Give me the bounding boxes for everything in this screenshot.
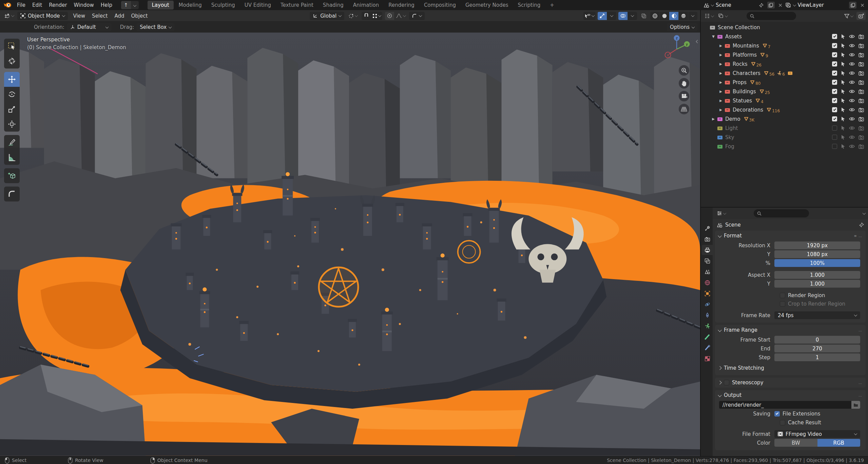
selectable-icon[interactable] xyxy=(841,144,845,149)
properties-tab-constraints[interactable] xyxy=(702,310,713,320)
render-visibility-icon[interactable] xyxy=(859,62,864,66)
properties-search-input[interactable] xyxy=(754,209,809,217)
disclosure-triangle[interactable]: ▶ xyxy=(718,53,723,57)
unlink-scene-icon[interactable] xyxy=(777,2,784,8)
properties-editor-type-button[interactable] xyxy=(715,209,727,217)
outliner-row-mountains[interactable]: ▶ Mountains7 xyxy=(701,41,868,50)
editor-type-button[interactable] xyxy=(3,12,15,20)
disclosure-triangle[interactable]: ▶ xyxy=(718,71,723,75)
collection-checkbox[interactable] xyxy=(832,52,837,57)
collection-checkbox[interactable] xyxy=(832,135,837,140)
object-visibility-dropdown[interactable] xyxy=(583,12,596,20)
tool-move[interactable] xyxy=(4,72,20,87)
disclosure-triangle[interactable]: ▶ xyxy=(718,80,723,84)
axis-navigation-gizmo[interactable]: z y x xyxy=(662,35,691,64)
tool-measure[interactable] xyxy=(4,150,20,165)
hide-eye-icon[interactable] xyxy=(849,98,855,103)
render-visibility-icon[interactable] xyxy=(859,108,864,112)
render-visibility-icon[interactable] xyxy=(859,34,864,39)
pan-hand-icon[interactable] xyxy=(679,78,689,89)
properties-tab-object[interactable] xyxy=(702,288,713,298)
outliner-row-platforms[interactable]: ▶ Platforms9 xyxy=(701,50,868,59)
selectable-icon[interactable] xyxy=(841,116,845,121)
hide-eye-icon[interactable] xyxy=(849,62,855,66)
overlays-dropdown[interactable] xyxy=(628,12,637,20)
collection-checkbox[interactable] xyxy=(832,144,837,149)
breadcrumb-scene[interactable]: Scene xyxy=(725,222,741,228)
drag-dropdown[interactable]: Select Box xyxy=(137,23,174,31)
render-visibility-icon[interactable] xyxy=(859,144,864,149)
frame-range-panel-header[interactable]: Frame Range … xyxy=(715,325,866,335)
render-visibility-icon[interactable] xyxy=(859,126,864,131)
render-visibility-icon[interactable] xyxy=(859,135,864,140)
render-visibility-icon[interactable] xyxy=(859,71,864,76)
properties-options-dropdown[interactable] xyxy=(863,211,866,215)
outliner-search-input[interactable] xyxy=(747,12,796,20)
stereoscopy-checkbox[interactable] xyxy=(724,380,729,385)
properties-tab-bone-constraints[interactable] xyxy=(702,343,713,353)
disclosure-triangle[interactable]: ▶ xyxy=(718,44,723,47)
disclosure-triangle[interactable]: ▼ xyxy=(711,35,716,38)
viewlayer-name[interactable]: ViewLayer xyxy=(798,2,847,8)
outliner-display-mode-dropdown[interactable] xyxy=(717,12,729,20)
output-panel-header[interactable]: Output … xyxy=(715,390,866,400)
disclosure-triangle[interactable]: ▶ xyxy=(718,99,723,102)
hide-eye-icon[interactable] xyxy=(849,108,855,112)
shading-solid-button[interactable] xyxy=(660,12,669,20)
transform-orientation-dropdown[interactable]: Global xyxy=(310,12,344,20)
orientation-dropdown[interactable]: Default xyxy=(67,23,111,31)
disclosure-triangle[interactable]: ▶ xyxy=(718,62,723,66)
properties-tab-view-layer[interactable] xyxy=(702,256,713,266)
properties-tab-physics[interactable] xyxy=(702,299,713,309)
hide-eye-icon[interactable] xyxy=(849,135,855,139)
upload-arrow-icon[interactable]: ↑ xyxy=(121,1,131,9)
hide-eye-icon[interactable] xyxy=(849,117,855,121)
collection-checkbox[interactable] xyxy=(832,43,837,48)
selectable-icon[interactable] xyxy=(841,89,845,94)
file-extensions-checkbox[interactable] xyxy=(774,411,780,417)
shading-material-button[interactable] xyxy=(669,12,678,20)
collection-checkbox[interactable] xyxy=(832,34,837,39)
selectable-icon[interactable] xyxy=(841,80,845,85)
options-dropdown[interactable]: Options xyxy=(667,23,697,31)
xray-toggle[interactable] xyxy=(639,12,648,20)
menu-file[interactable]: File xyxy=(14,1,29,9)
frame-step-field[interactable]: 1 xyxy=(774,353,860,361)
properties-tab-tool[interactable] xyxy=(702,223,713,233)
hide-eye-icon[interactable] xyxy=(849,34,855,39)
viewlayer-selector[interactable]: ViewLayer xyxy=(786,2,866,8)
format-panel-header[interactable]: Format ≡ … xyxy=(715,231,866,241)
gizmos-dropdown[interactable] xyxy=(607,12,616,20)
workspace-tab-scripting[interactable]: Scripting xyxy=(513,1,545,9)
workspace-tab-layout[interactable]: Layout xyxy=(148,1,174,9)
remove-viewlayer-icon[interactable] xyxy=(859,2,866,8)
frame-end-field[interactable]: 270 xyxy=(774,345,860,352)
selectable-icon[interactable] xyxy=(841,135,845,140)
render-visibility-icon[interactable] xyxy=(859,43,864,48)
collection-checkbox[interactable] xyxy=(832,89,837,94)
render-visibility-icon[interactable] xyxy=(859,89,864,94)
menu-edit[interactable]: Edit xyxy=(29,1,45,9)
tool-select-box[interactable] xyxy=(4,39,20,54)
outliner-row-props[interactable]: ▶ Props80 xyxy=(701,78,868,87)
workspace-tab-geometry-nodes[interactable]: Geometry Nodes xyxy=(461,1,513,9)
outliner-row-statues[interactable]: ▶ Statues4 xyxy=(701,96,868,105)
selectable-icon[interactable] xyxy=(841,125,845,131)
pin-icon[interactable] xyxy=(758,2,765,8)
new-viewlayer-icon[interactable] xyxy=(849,2,856,8)
tool-cursor[interactable] xyxy=(4,54,20,69)
workspace-tab-uv-editing[interactable]: UV Editing xyxy=(240,1,275,9)
workspace-tab-sculpting[interactable]: Sculpting xyxy=(207,1,239,9)
viewport-menu-select[interactable]: Select xyxy=(89,12,111,20)
snap-to-dropdown[interactable] xyxy=(371,12,382,20)
hide-eye-icon[interactable] xyxy=(849,43,855,48)
menu-render[interactable]: Render xyxy=(45,1,70,9)
selectable-icon[interactable] xyxy=(841,71,845,76)
outliner-row-light[interactable]: Light xyxy=(701,123,868,133)
collection-checkbox[interactable] xyxy=(832,116,837,121)
color-rgb-button[interactable]: RGB xyxy=(817,439,861,447)
properties-tab-render[interactable] xyxy=(702,234,713,244)
tool-scale[interactable] xyxy=(4,102,20,117)
folder-browse-icon[interactable] xyxy=(851,401,860,409)
properties-tab-armature-data[interactable] xyxy=(702,321,713,331)
